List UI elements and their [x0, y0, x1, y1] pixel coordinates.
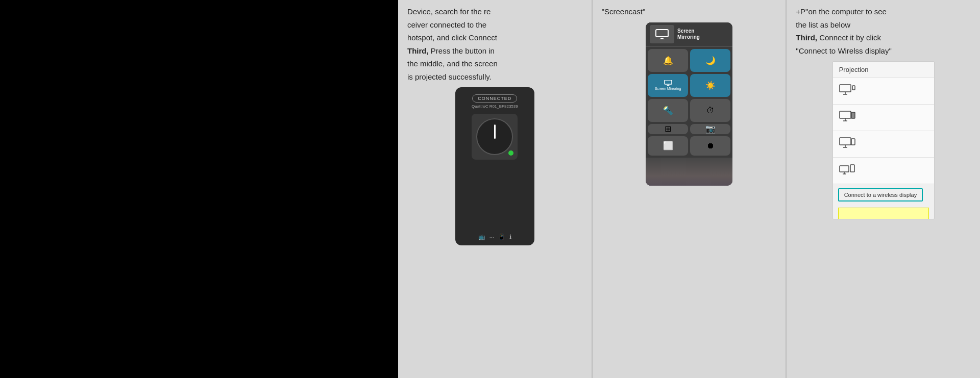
col1-text-line3: hotspot, and click Connect	[407, 33, 497, 42]
app-bottom-bar: 📺 ··· 📱 ℹ	[455, 234, 534, 240]
svg-marker-3	[667, 85, 670, 86]
connect-wireless-display-button[interactable]: Connect to a wireless display	[838, 188, 923, 201]
bottom-icon-dots: ···	[489, 234, 494, 240]
ios-tile-screenmirror: Screen Mirroring	[648, 74, 688, 97]
ios-tile-calculator: 🔦	[648, 99, 688, 122]
win-proj-item-4	[833, 158, 934, 184]
col3-text-line2: the list as below	[796, 20, 850, 29]
ios-tile-camera: 📷	[690, 124, 730, 134]
proj-icon-4	[839, 164, 855, 178]
dial-container	[472, 114, 518, 160]
ios-tile-grid: ⊞	[648, 124, 688, 134]
win-projection-panel: Projection	[832, 61, 935, 219]
ios-tile-scan: ⬜	[648, 136, 688, 156]
ios-screen-mirror-big	[650, 25, 674, 43]
svg-rect-16	[840, 166, 849, 172]
svg-rect-7	[852, 86, 855, 90]
win-yellow-note	[838, 208, 929, 219]
col3-text-line1: +P"on the computer to see	[796, 7, 887, 16]
ios-bottom-blurred	[646, 158, 732, 186]
svg-rect-11	[851, 112, 855, 118]
ios-tile-brightness: ☀️	[690, 74, 730, 97]
col1-text-line1: Device, search for the re	[407, 7, 491, 16]
col1-text-third: Third, Press the button in	[407, 46, 495, 55]
monitor-icon-2	[839, 111, 855, 122]
ios-tile-moon: 🌙	[690, 49, 730, 72]
ios-tile-record: ⏺	[690, 136, 730, 156]
app-screenshot: CONNECTED QuattroC R01_BF823539 📺 ··· 📱 …	[455, 87, 534, 245]
col3-text: +P"on the computer to see the list as be…	[796, 0, 971, 57]
content-area: Device, search for the re ceiver connect…	[398, 0, 980, 378]
screen-mirror-small-icon	[664, 80, 672, 86]
bottom-icon-tv: 📺	[478, 234, 485, 240]
ios-controls-grid: 🔔 🌙 Screen Mirroring ☀️ 🔦 ⏱ ⊞ 📷	[646, 47, 732, 136]
monitor-icon-1	[839, 84, 855, 95]
col1-screenshot-box: CONNECTED QuattroC R01_BF823539 📺 ··· 📱 …	[407, 87, 582, 378]
col1-text-line2: ceiver connected to the	[407, 20, 486, 29]
proj-icon-3	[839, 137, 855, 151]
col3-screenshot-box: Projection	[796, 61, 971, 378]
connected-badge: CONNECTED	[472, 94, 517, 103]
ios-tile-alarm: 🔔	[648, 49, 688, 72]
bottom-icon-info: ℹ	[509, 234, 511, 240]
svg-rect-8	[840, 111, 851, 118]
dial-circle	[476, 118, 513, 155]
green-dot	[508, 150, 513, 156]
ios-tile-clock: ⏱	[690, 99, 730, 122]
svg-rect-15	[851, 139, 855, 145]
screen-mirror-tile-label: Screen Mirroring	[655, 87, 681, 90]
svg-rect-2	[665, 80, 672, 84]
ios-screenshot: ScreenMirroring 🔔 🌙 Screen Mirroring ☀️ …	[646, 22, 732, 186]
svg-rect-12	[840, 138, 851, 145]
proj-icon-2	[839, 111, 855, 124]
col1-text-line4: the middle, and the screen	[407, 59, 498, 68]
col3-text-third: Third, Connect it by click	[796, 33, 881, 42]
screen-mirror-icon	[655, 29, 669, 39]
column-3: +P"on the computer to see the list as be…	[787, 0, 980, 378]
win-proj-item-3	[833, 131, 934, 158]
dial-line	[494, 124, 496, 139]
svg-marker-1	[659, 38, 665, 39]
col2-screenshot-box: ScreenMirroring 🔔 🌙 Screen Mirroring ☀️ …	[602, 22, 777, 379]
col1-text: Device, search for the re ceiver connect…	[407, 0, 582, 83]
monitor-icon-3	[839, 137, 855, 148]
ios-top-bar: ScreenMirroring	[646, 22, 732, 47]
win-proj-list	[833, 78, 934, 184]
device-name-label: QuattroC R01_BF823539	[472, 104, 518, 109]
proj-icon-1	[839, 84, 855, 98]
left-black-panel	[0, 0, 398, 378]
bottom-icon-phone: 📱	[498, 234, 505, 240]
win-panel-title: Projection	[833, 62, 934, 78]
win-proj-item-2	[833, 105, 934, 131]
win-proj-item-1	[833, 78, 934, 105]
column-1: Device, search for the re ceiver connect…	[398, 0, 593, 378]
svg-rect-4	[840, 85, 851, 92]
col1-text-line5: is projected successfully.	[407, 72, 492, 81]
col2-screencast-label: "Screencast"	[602, 7, 646, 16]
monitor-icon-4	[839, 164, 855, 175]
col2-text: "Screencast"	[602, 0, 777, 18]
col3-text-line3: "Connect to Wirelss display"	[796, 46, 891, 55]
ios-screen-mirror-label: ScreenMirroring	[677, 28, 700, 40]
svg-rect-0	[656, 30, 668, 37]
svg-rect-19	[850, 165, 854, 172]
column-2: "Screencast" ScreenMirroring 🔔	[593, 0, 787, 378]
